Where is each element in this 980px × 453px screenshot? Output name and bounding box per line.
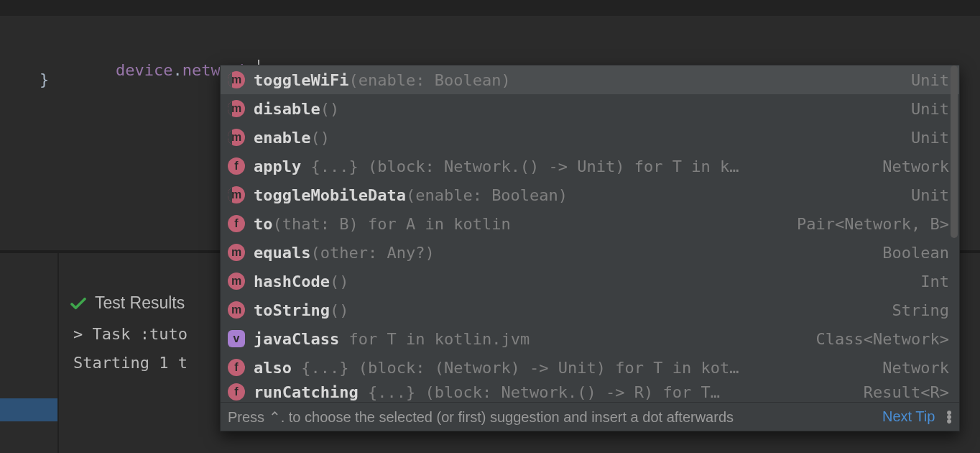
completion-kind-icon: m [228,244,245,261]
completion-kind-icon: v [228,330,245,347]
completion-return-type: Class<Network> [803,330,949,348]
completion-signature: to(that: B) for A in kotlin [254,215,775,233]
completion-popup: mtoggleWiFi(enable: Boolean)Unitmdisable… [220,65,960,431]
completion-item[interactable]: fto(that: B) for A in kotlinPair<Network… [221,209,959,238]
test-results-label: Test Results [95,293,185,313]
completion-signature: toggleMobileData(enable: Boolean) [254,186,889,204]
completion-kind-icon: m [228,301,245,319]
completion-signature: also {...} (block: (Network) -> Unit) fo… [254,359,861,377]
gutter [0,0,980,16]
closing-brace: } [40,70,49,88]
scrollbar-thumb[interactable] [951,65,958,238]
completion-signature: toggleWiFi(enable: Boolean) [254,71,889,89]
completion-signature: enable() [254,129,889,147]
completion-kind-icon: m [228,186,245,203]
check-icon [70,297,86,310]
console-line: Starting 1 t [73,354,188,372]
completion-return-type: Pair<Network, B> [784,215,949,233]
completion-return-type: String [879,301,949,319]
completion-item[interactable]: mtoggleMobileData(enable: Boolean)Unit [221,180,959,209]
completion-kind-icon: f [228,383,245,401]
kebab-menu-icon[interactable]: ••• [945,411,952,424]
completion-item[interactable]: vjavaClass for T in kotlin.jvmClass<Netw… [221,324,959,353]
completion-kind-icon: m [228,71,245,88]
completion-kind-icon: m [228,129,245,146]
panel-selection[interactable] [0,398,57,421]
completion-signature: apply {...} (block: Network.() -> Unit) … [254,157,861,175]
completion-signature: hashCode() [254,273,899,290]
completion-return-type: Unit [898,71,949,89]
completion-footer: Press ⌃. to choose the selected (or firs… [221,402,959,431]
console-line: > Task :tuto [73,325,188,343]
next-tip-link[interactable]: Next Tip [882,408,935,425]
completion-list[interactable]: mtoggleWiFi(enable: Boolean)Unitmdisable… [221,65,959,402]
completion-item[interactable]: frunCatching {...} (block: Network.() ->… [221,382,959,402]
test-results-header[interactable]: Test Results [70,293,185,313]
completion-item[interactable]: mdisable()Unit [221,94,959,123]
completion-kind-icon: f [228,359,245,376]
completion-scrollbar[interactable] [949,65,958,402]
completion-item[interactable]: mequals(other: Any?)Boolean [221,238,959,267]
completion-kind-icon: m [228,100,245,117]
completion-kind-icon: m [228,273,245,290]
completion-return-type: Result<R> [851,383,949,401]
completion-signature: equals(other: Any?) [254,244,861,262]
token-dot: . [172,61,182,79]
completion-return-type: Network [869,359,949,377]
completion-return-type: Int [907,273,949,290]
completion-return-type: Boolean [869,244,949,262]
completion-signature: disable() [254,100,889,118]
completion-signature: runCatching {...} (block: Network.() -> … [254,383,842,401]
completion-return-type: Unit [898,186,949,204]
token-identifier: device [116,61,172,79]
completion-signature: toString() [254,301,871,319]
completion-item[interactable]: mhashCode()Int [221,267,959,296]
completion-signature: javaClass for T in kotlin.jvm [254,330,795,348]
completion-kind-icon: f [228,157,245,175]
completion-hint: Press ⌃. to choose the selected (or firs… [228,408,872,426]
completion-return-type: Network [869,157,949,175]
completion-item[interactable]: falso {...} (block: (Network) -> Unit) f… [221,353,959,382]
completion-item[interactable]: mtoString()String [221,296,959,324]
completion-item[interactable]: fapply {...} (block: Network.() -> Unit)… [221,152,959,180]
panel-vertical-divider[interactable] [57,253,59,453]
completion-item[interactable]: menable()Unit [221,123,959,152]
completion-item[interactable]: mtoggleWiFi(enable: Boolean)Unit [221,65,959,94]
completion-kind-icon: f [228,215,245,232]
completion-return-type: Unit [898,100,949,118]
completion-return-type: Unit [898,129,949,147]
